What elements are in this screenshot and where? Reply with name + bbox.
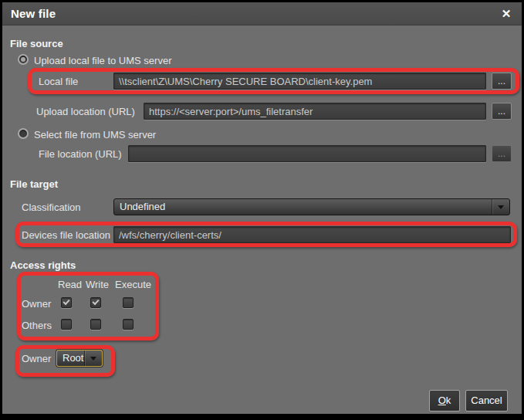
- close-icon[interactable]: ✕: [499, 2, 514, 25]
- dialog-body: File source Upload local file to UMS ser…: [2, 25, 522, 414]
- owner-dropdown-arrow-area[interactable]: [84, 351, 102, 366]
- row-label-owner: Owner: [22, 298, 51, 310]
- checkbox-others-execute[interactable]: [123, 319, 134, 330]
- column-header-write: Write: [86, 279, 109, 290]
- chevron-down-icon: [90, 357, 96, 364]
- file-target-heading: File target: [10, 178, 58, 190]
- titlebar: New file ✕: [2, 2, 522, 25]
- classification-label: Classification: [22, 202, 81, 213]
- new-file-dialog: New file ✕ File source Upload local file…: [0, 0, 524, 420]
- column-header-execute: Execute: [115, 279, 151, 290]
- check-icon: [92, 298, 99, 305]
- owner-select-label: Owner: [22, 353, 51, 364]
- classification-arrow-area[interactable]: [492, 199, 509, 215]
- radio-select-from-ums[interactable]: [18, 128, 29, 139]
- checkbox-others-read[interactable]: [61, 319, 72, 330]
- file-location-label: File location (URL): [39, 148, 122, 160]
- column-header-read: Read: [58, 279, 82, 290]
- file-location-browse-button: ...: [492, 145, 512, 162]
- classification-dropdown[interactable]: Undefined: [113, 198, 510, 215]
- access-rights-heading: Access rights: [10, 259, 76, 271]
- ok-button[interactable]: Ok: [429, 390, 460, 412]
- checkbox-owner-execute[interactable]: [123, 297, 134, 308]
- cancel-button-label: Cancel: [466, 391, 507, 411]
- chevron-down-icon: [498, 205, 504, 212]
- cancel-button[interactable]: Cancel: [465, 390, 508, 412]
- radio-upload-local-file-label: Upload local file to UMS server: [34, 55, 171, 66]
- file-source-heading: File source: [10, 38, 63, 49]
- local-file-browse-button[interactable]: ...: [492, 73, 512, 90]
- local-file-label: Local file: [39, 76, 78, 87]
- owner-dropdown[interactable]: Root: [56, 350, 103, 367]
- row-label-others: Others: [22, 320, 52, 331]
- checkbox-owner-read[interactable]: [61, 297, 72, 308]
- checkbox-others-write[interactable]: [90, 319, 101, 330]
- upload-location-label: Upload location (URL): [36, 106, 135, 117]
- checkbox-owner-write[interactable]: [90, 297, 101, 308]
- upload-location-input[interactable]: [144, 103, 486, 120]
- devices-file-location-input[interactable]: [113, 226, 511, 243]
- radio-upload-local-file[interactable]: [18, 54, 29, 65]
- dialog-title: New file: [11, 2, 56, 25]
- upload-location-browse-button[interactable]: ...: [492, 103, 512, 120]
- devices-file-location-label: Devices file location: [22, 229, 110, 241]
- check-icon: [63, 298, 69, 305]
- dialog-inner: New file ✕ File source Upload local file…: [2, 2, 522, 414]
- classification-value: Undefined: [120, 199, 165, 215]
- local-file-input[interactable]: [113, 73, 486, 90]
- owner-dropdown-value: Root: [63, 351, 83, 366]
- file-location-input[interactable]: [128, 145, 486, 162]
- ok-button-label: Ok: [430, 391, 459, 411]
- radio-select-from-ums-label: Select file from UMS server: [34, 129, 156, 141]
